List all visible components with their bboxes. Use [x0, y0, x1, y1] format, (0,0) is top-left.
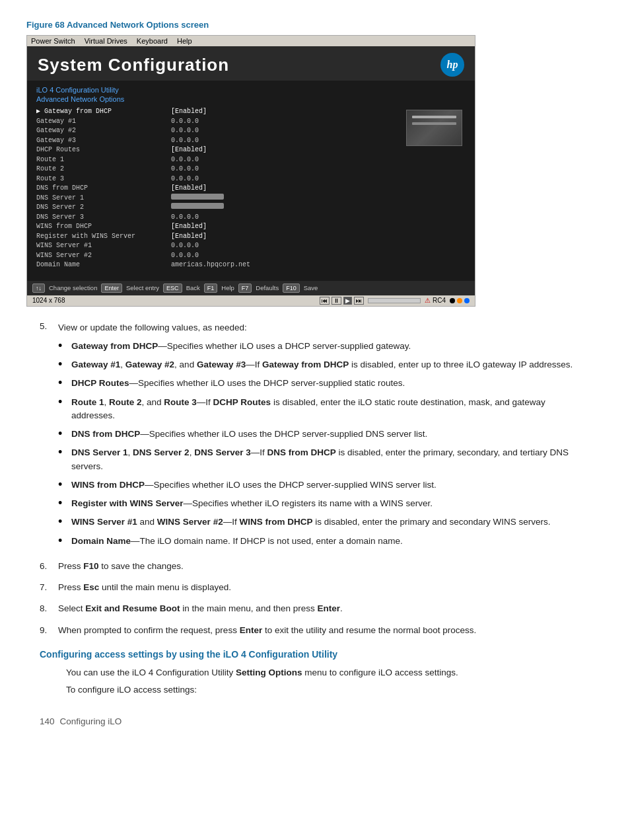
screenshot-body: iLO 4 Configuration Utility Advanced Net…	[27, 81, 475, 281]
bullet-list: • Gateway from DHCP—Specifies whether iL…	[58, 340, 590, 548]
table-row: Route 1 0.0.0.0	[36, 155, 406, 165]
status-dot-3	[464, 298, 470, 303]
bullet-gateway-123: • Gateway #1, Gateway #2, and Gateway #3…	[58, 358, 590, 371]
menubar[interactable]: Power Switch Virtual Drives Keyboard Hel…	[27, 36, 475, 46]
step-7: 7. Press Esc until the main menu is disp…	[40, 581, 590, 594]
step8-text: Select Exit and Resume Boot in the main …	[58, 602, 343, 615]
bullet-domain-name: • Domain Name—The iLO domain name. If DH…	[58, 535, 590, 548]
server-thumbnail	[406, 110, 462, 146]
bullet-dot: •	[58, 446, 66, 473]
step7-text: Press Esc until the main menu is display…	[58, 581, 231, 594]
content-area: 5. View or update the following values, …	[26, 321, 604, 727]
steps-list: 6. Press F10 to save the changes. 7. Pre…	[40, 560, 590, 637]
step-5: 5. View or update the following values, …	[40, 321, 590, 553]
resolution: 1024 x 768	[32, 297, 65, 304]
table-row: DNS Server 2	[36, 203, 406, 213]
bullet-dot: •	[58, 358, 66, 371]
table-row: WINS Server #2 0.0.0.0	[36, 251, 406, 261]
table-row: Register with WINS Server [Enabled]	[36, 232, 406, 242]
bullet-text: DNS from DHCP—Specifies whether iLO uses…	[71, 428, 427, 441]
footer-label: Configuring iLO	[60, 716, 122, 726]
key-enter: Enter	[101, 284, 122, 293]
table-row: Domain Name americas.hpqcorp.net	[36, 260, 406, 270]
bullet-text: WINS Server #1 and WINS Server #2—If WIN…	[71, 515, 551, 529]
step6-text: Press F10 to save the changes.	[58, 560, 184, 573]
key-f1-label: Help	[221, 284, 234, 291]
table-row: Route 3 0.0.0.0	[36, 174, 406, 184]
bullet-text: WINS from DHCP—Specifies whether iLO use…	[71, 478, 437, 492]
table-row: Route 2 0.0.0.0	[36, 165, 406, 174]
rc4-badge: ⚠ RC4	[425, 297, 446, 304]
page-footer: 140 Configuring iLO	[40, 716, 590, 726]
key-enter-label: Select entry	[126, 284, 159, 291]
section-heading: Configuring access settings by using the…	[40, 649, 590, 660]
bullet-dot: •	[58, 428, 66, 441]
statusbar: 1024 x 768 ⏮ ⏸ ▶ ⏭ ⚠ RC4	[27, 295, 475, 306]
screenshot-container: Power Switch Virtual Drives Keyboard Hel…	[26, 35, 475, 307]
bullet-text: DNS Server 1, DNS Server 2, DNS Server 3…	[71, 446, 590, 473]
bullet-dot: •	[58, 478, 66, 492]
table-row: ▶ Gateway from DHCP [Enabled]	[36, 107, 406, 117]
table-row: Gateway #3 0.0.0.0	[36, 136, 406, 146]
bullet-text: Route 1, Route 2, and Route 3—If DCHP Ro…	[71, 396, 590, 423]
step8-num: 8.	[40, 602, 52, 615]
table-row: DNS Server 1	[36, 194, 406, 204]
table-row: Gateway #2 0.0.0.0	[36, 126, 406, 136]
page-num: 140	[40, 716, 55, 726]
key-updown: ↑↓	[32, 284, 45, 293]
step9-num: 9.	[40, 624, 52, 637]
step5-text: View or update the following values, as …	[58, 323, 247, 332]
step-6: 6. Press F10 to save the changes.	[40, 560, 590, 573]
section-para2: To configure iLO access settings:	[66, 683, 590, 697]
status-dot-2	[457, 298, 462, 303]
bullet-dot: •	[58, 497, 66, 510]
bullet-text: Domain Name—The iLO domain name. If DHCP…	[71, 535, 403, 548]
step-9: 9. When prompted to confirm the request,…	[40, 624, 590, 637]
step7-num: 7.	[40, 581, 52, 594]
figure-title: Figure 68 Advanced Network Options scree…	[26, 20, 604, 30]
bullet-wins-dhcp: • WINS from DHCP—Specifies whether iLO u…	[58, 478, 590, 492]
subtitle: iLO 4 Configuration Utility	[36, 86, 466, 94]
menu-power-switch[interactable]: Power Switch	[31, 37, 75, 45]
table-row: DHCP Routes [Enabled]	[36, 145, 406, 155]
system-title: System Configuration	[38, 55, 229, 75]
key-esc-label: Back	[186, 284, 200, 291]
bullet-dot: •	[58, 340, 66, 353]
key-updown-label: Change selection	[49, 284, 97, 291]
playback-controls[interactable]: ⏮ ⏸ ▶ ⏭	[320, 297, 364, 305]
status-dot-1	[450, 298, 455, 303]
section-para1: You can use the iLO 4 Configuration Util…	[66, 666, 590, 679]
bullet-dot: •	[58, 396, 66, 423]
bullet-dhcp-routes: • DHCP Routes—Specifies whether iLO uses…	[58, 377, 590, 390]
config-table: ▶ Gateway from DHCP [Enabled] Gateway #1…	[36, 107, 406, 270]
bullet-dot: •	[58, 377, 66, 390]
menu-help[interactable]: Help	[177, 37, 192, 45]
title-bar: System Configuration hp	[27, 46, 475, 81]
key-f10-label: Save	[304, 284, 318, 291]
menu-keyboard[interactable]: Keyboard	[137, 37, 168, 45]
key-f10: F10	[283, 284, 300, 293]
step-8: 8. Select Exit and Resume Boot in the ma…	[40, 602, 590, 615]
table-row: WINS from DHCP [Enabled]	[36, 222, 406, 232]
bullet-text: Gateway #1, Gateway #2, and Gateway #3—I…	[71, 358, 573, 371]
table-row: DNS from DHCP [Enabled]	[36, 184, 406, 194]
bullet-text: Register with WINS Server—Specifies whet…	[71, 497, 433, 510]
menu-virtual-drives[interactable]: Virtual Drives	[85, 37, 127, 45]
key-f7: F7	[238, 284, 252, 293]
footer-keys: ↑↓ Change selection Enter Select entry E…	[27, 281, 475, 295]
bullet-wins-servers: • WINS Server #1 and WINS Server #2—If W…	[58, 515, 590, 529]
step6-num: 6.	[40, 560, 52, 573]
table-row: DNS Server 3 0.0.0.0	[36, 213, 406, 223]
key-f1: F1	[204, 284, 218, 293]
key-esc: ESC	[163, 284, 182, 293]
bullet-text: Gateway from DHCP—Specifies whether iLO …	[71, 340, 411, 353]
table-row: Gateway #1 0.0.0.0	[36, 117, 406, 127]
bullet-dns-servers: • DNS Server 1, DNS Server 2, DNS Server…	[58, 446, 590, 473]
bullet-text: DHCP Routes—Specifies whether iLO uses t…	[71, 377, 405, 390]
key-f7-label: Defaults	[256, 284, 279, 291]
bullet-register-wins: • Register with WINS Server—Specifies wh…	[58, 497, 590, 510]
config-utility-span: Configuration Utility	[156, 668, 233, 677]
bullet-dot: •	[58, 515, 66, 529]
bullet-gateway-dhcp: • Gateway from DHCP—Specifies whether iL…	[58, 340, 590, 353]
table-row: WINS Server #1 0.0.0.0	[36, 241, 406, 251]
